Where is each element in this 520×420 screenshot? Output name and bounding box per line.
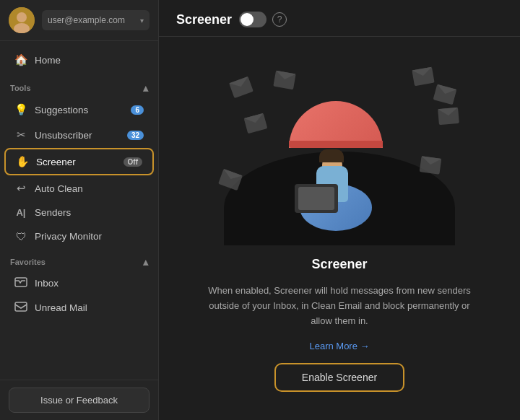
envelope-5 xyxy=(438,108,459,125)
sidebar-item-suggestions-label: Suggestions xyxy=(35,105,88,115)
sidebar-item-screener[interactable]: ✋ Screener Off xyxy=(4,148,154,175)
privacy-monitor-icon: 🛡 xyxy=(14,230,27,242)
laptop xyxy=(295,184,338,213)
suggestions-icon: 💡 xyxy=(14,103,27,116)
sidebar-item-auto-clean[interactable]: ↩ Auto Clean xyxy=(4,176,154,201)
sidebar-item-inbox[interactable]: Inbox xyxy=(4,271,154,295)
main-header: Screener ? xyxy=(159,0,520,37)
learn-more-link[interactable]: Learn More → xyxy=(309,341,369,351)
sidebar-footer: Issue or Feedback xyxy=(0,380,158,420)
unsubscriber-badge: 32 xyxy=(127,131,144,140)
sidebar-item-suggestions[interactable]: 💡 Suggestions 6 xyxy=(4,97,154,122)
content-title: Screener xyxy=(311,257,367,272)
account-selector[interactable]: user@example.com ▾ xyxy=(42,10,150,30)
main-body: Screener When enabled, Screener will hol… xyxy=(159,37,520,420)
envelope-3 xyxy=(412,67,434,87)
unsubscriber-icon: ✂ xyxy=(14,128,27,141)
main-content: Screener ? xyxy=(159,0,520,420)
favorites-section-header: Favorites ▴ xyxy=(0,249,158,271)
sidebar-item-home-label: Home xyxy=(35,55,61,66)
sidebar-item-senders-label: Senders xyxy=(35,207,71,218)
screener-icon: ✋ xyxy=(16,155,29,168)
sidebar: user@example.com ▾ 🏠 Home Tools ▴ 💡 Sugg… xyxy=(0,0,159,420)
tools-section-toggle[interactable]: ▴ xyxy=(143,82,148,94)
toggle-container: ? xyxy=(239,12,287,27)
tools-section-label: Tools xyxy=(10,84,31,92)
sidebar-item-auto-clean-label: Auto Clean xyxy=(35,183,83,194)
laptop-screen xyxy=(298,187,334,210)
sidebar-item-senders[interactable]: A| Senders xyxy=(4,201,154,224)
sidebar-item-unread-mail-label: Unread Mail xyxy=(35,302,87,313)
favorites-section-label: Favorites xyxy=(10,258,46,266)
tools-section-header: Tools ▴ xyxy=(0,75,158,97)
help-icon[interactable]: ? xyxy=(272,12,287,27)
senders-icon: A| xyxy=(14,207,27,218)
page-title: Screener xyxy=(176,12,232,27)
feedback-button[interactable]: Issue or Feedback xyxy=(9,388,150,413)
illustration-container xyxy=(217,65,462,245)
person-illustration xyxy=(282,101,397,231)
favorites-section-toggle[interactable]: ▴ xyxy=(143,256,148,268)
sidebar-item-unsubscriber[interactable]: ✂ Unsubscriber 32 xyxy=(4,123,154,147)
toggle-thumb xyxy=(240,13,254,26)
sidebar-item-home[interactable]: 🏠 Home xyxy=(4,48,154,72)
umbrella-dome xyxy=(289,101,383,148)
sidebar-item-privacy-monitor-label: Privacy Monitor xyxy=(35,231,102,242)
account-email: user@example.com xyxy=(48,15,137,25)
envelope-8 xyxy=(420,156,442,175)
sidebar-item-privacy-monitor[interactable]: 🛡 Privacy Monitor xyxy=(4,224,154,248)
suggestions-badge: 6 xyxy=(131,105,144,115)
home-icon: 🏠 xyxy=(14,53,27,66)
sidebar-item-inbox-label: Inbox xyxy=(35,278,58,289)
envelope-1 xyxy=(229,76,254,98)
envelope-4 xyxy=(433,84,457,105)
unread-mail-icon xyxy=(14,302,27,314)
chevron-down-icon: ▾ xyxy=(140,17,144,25)
screener-toggle[interactable] xyxy=(239,12,266,27)
sidebar-header: user@example.com ▾ xyxy=(0,0,158,41)
sidebar-nav: 🏠 Home Tools ▴ 💡 Suggestions 6 ✂ Unsubsc… xyxy=(0,41,158,380)
screener-badge: Off xyxy=(124,157,142,167)
sidebar-item-screener-label: Screener xyxy=(36,157,76,167)
avatar[interactable] xyxy=(9,7,35,33)
svg-point-1 xyxy=(17,12,27,22)
sidebar-item-unread-mail[interactable]: Unread Mail xyxy=(4,296,154,320)
sidebar-item-unsubscriber-label: Unsubscriber xyxy=(35,130,92,141)
envelope-2 xyxy=(273,71,295,90)
inbox-icon xyxy=(14,277,27,289)
svg-rect-4 xyxy=(15,302,27,311)
enable-screener-button[interactable]: Enable Screener xyxy=(274,363,404,392)
envelope-7 xyxy=(244,113,268,134)
content-description: When enabled, Screener will hold message… xyxy=(202,284,477,328)
auto-clean-icon: ↩ xyxy=(14,182,27,195)
